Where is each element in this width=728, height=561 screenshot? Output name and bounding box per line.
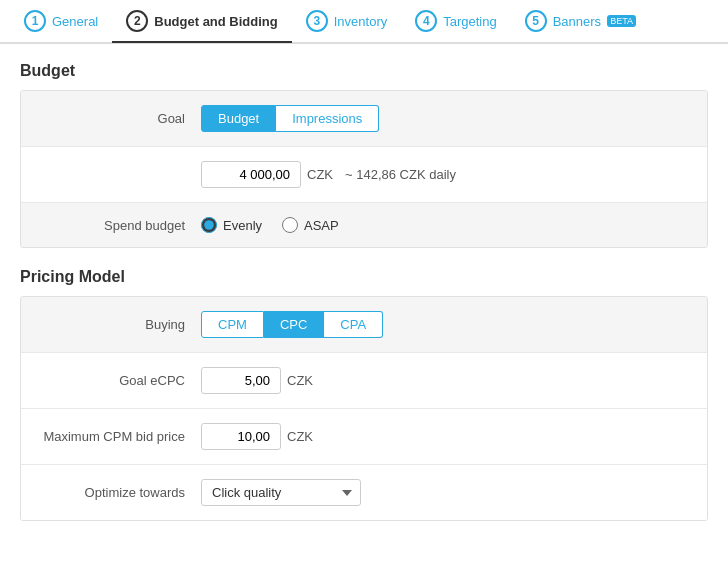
max-cpm-input[interactable]: 10,00 xyxy=(201,423,281,450)
goal-ecpc-row: Goal eCPC 5,00 CZK xyxy=(21,353,707,409)
buying-cpa-button[interactable]: CPA xyxy=(324,311,383,338)
optimize-row: Optimize towards Click quality Conversio… xyxy=(21,465,707,520)
spend-budget-radio-group: Evenly ASAP xyxy=(201,217,339,233)
optimize-label: Optimize towards xyxy=(41,485,201,500)
tab-navigation: 1 General 2 Budget and Bidding 3 Invento… xyxy=(0,0,728,44)
tab-inventory[interactable]: 3 Inventory xyxy=(292,1,401,43)
spend-budget-row: Spend budget Evenly ASAP xyxy=(21,203,707,247)
tab-general[interactable]: 1 General xyxy=(10,1,112,43)
goal-ecpc-label: Goal eCPC xyxy=(41,373,201,388)
buying-toggle-group: CPM CPC CPA xyxy=(201,311,383,338)
amount-controls: 4 000,00 CZK ~ 142,86 CZK daily xyxy=(201,161,456,188)
goal-ecpc-controls: 5,00 CZK xyxy=(201,367,313,394)
pricing-card: Buying CPM CPC CPA Goal eCPC 5,00 CZK Ma… xyxy=(20,296,708,521)
spend-budget-label: Spend budget xyxy=(41,218,201,233)
buying-cpm-button[interactable]: CPM xyxy=(201,311,264,338)
tab-circle-budget: 2 xyxy=(126,10,148,32)
goal-ecpc-input[interactable]: 5,00 xyxy=(201,367,281,394)
radio-asap[interactable]: ASAP xyxy=(282,217,339,233)
tab-circle-banners: 5 xyxy=(525,10,547,32)
goal-impressions-button[interactable]: Impressions xyxy=(276,105,379,132)
daily-text: ~ 142,86 CZK daily xyxy=(345,167,456,182)
beta-badge: BETA xyxy=(607,15,636,27)
optimize-select[interactable]: Click quality Conversions xyxy=(201,479,361,506)
max-cpm-currency: CZK xyxy=(287,429,313,444)
amount-row: 4 000,00 CZK ~ 142,86 CZK daily xyxy=(21,147,707,203)
goal-row: Goal Budget Impressions xyxy=(21,91,707,147)
pricing-heading: Pricing Model xyxy=(20,268,708,286)
buying-label: Buying xyxy=(41,317,201,332)
tab-circle-targeting: 4 xyxy=(415,10,437,32)
buying-row: Buying CPM CPC CPA xyxy=(21,297,707,353)
tab-label-inventory: Inventory xyxy=(334,14,387,29)
goal-budget-button[interactable]: Budget xyxy=(201,105,276,132)
tab-label-banners: Banners xyxy=(553,14,601,29)
tab-circle-inventory: 3 xyxy=(306,10,328,32)
optimize-controls: Click quality Conversions xyxy=(201,479,361,506)
max-cpm-label: Maximum CPM bid price xyxy=(41,429,201,444)
tab-targeting[interactable]: 4 Targeting xyxy=(401,1,510,43)
max-cpm-controls: 10,00 CZK xyxy=(201,423,313,450)
radio-evenly[interactable]: Evenly xyxy=(201,217,262,233)
radio-asap-label: ASAP xyxy=(304,218,339,233)
tab-label-budget: Budget and Bidding xyxy=(154,14,277,29)
budget-currency: CZK xyxy=(307,167,333,182)
goal-ecpc-currency: CZK xyxy=(287,373,313,388)
tab-banners[interactable]: 5 Banners BETA xyxy=(511,1,650,43)
tab-circle-general: 1 xyxy=(24,10,46,32)
radio-evenly-label: Evenly xyxy=(223,218,262,233)
page-content: Budget Goal Budget Impressions 4 000,00 … xyxy=(0,44,728,559)
budget-card: Goal Budget Impressions 4 000,00 CZK ~ 1… xyxy=(20,90,708,248)
goal-label: Goal xyxy=(41,111,201,126)
budget-amount-input[interactable]: 4 000,00 xyxy=(201,161,301,188)
max-cpm-row: Maximum CPM bid price 10,00 CZK xyxy=(21,409,707,465)
tab-label-general: General xyxy=(52,14,98,29)
budget-heading: Budget xyxy=(20,62,708,80)
tab-label-targeting: Targeting xyxy=(443,14,496,29)
tab-budget-bidding[interactable]: 2 Budget and Bidding xyxy=(112,1,291,43)
buying-cpc-button[interactable]: CPC xyxy=(264,311,324,338)
goal-toggle-group: Budget Impressions xyxy=(201,105,379,132)
